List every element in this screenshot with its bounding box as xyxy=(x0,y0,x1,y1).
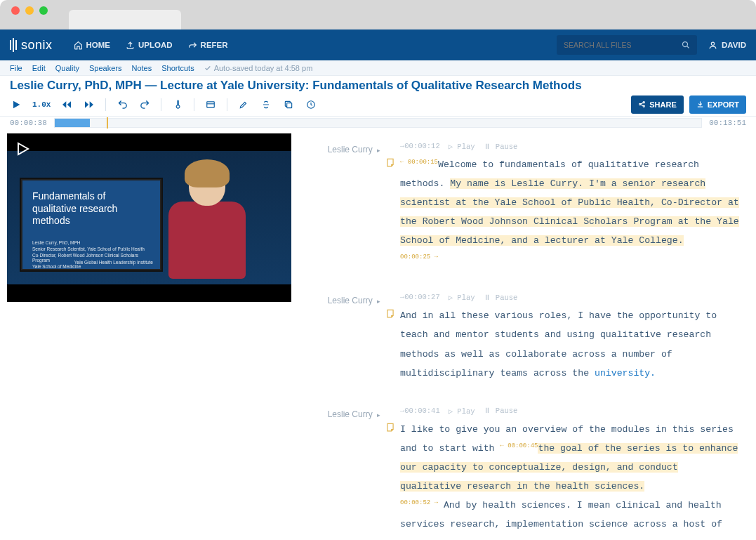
logo-icon xyxy=(10,38,17,52)
time-total: 00:13:51 xyxy=(709,119,746,127)
segment-note-button[interactable] xyxy=(380,293,400,382)
segment-meta: →00:00:41▷ Play⏸ Pause xyxy=(400,407,739,416)
user-menu[interactable]: DAVID xyxy=(708,41,746,50)
autosave-status: Auto-saved today at 4:58 pm xyxy=(204,64,313,72)
menu-notes[interactable]: Notes xyxy=(131,64,152,72)
video-play-overlay[interactable] xyxy=(13,139,32,159)
playback-speed[interactable]: 1.0x xyxy=(32,100,51,109)
segment-play-button[interactable]: ▷ Play xyxy=(449,407,475,416)
nav-upload-label: UPLOAD xyxy=(138,41,173,49)
segment-meta: →00:00:27▷ Play⏸ Pause xyxy=(400,293,739,302)
transcript-segment: Leslie Curry ▸→00:00:41▷ Play⏸ PauseI li… xyxy=(310,400,739,536)
svg-rect-3 xyxy=(287,103,292,107)
timestamp-end-marker: 00:00:25 → xyxy=(400,253,438,261)
segment-play-button[interactable]: ▷ Play xyxy=(449,293,475,302)
svg-point-1 xyxy=(711,42,714,45)
logo-text: sonix xyxy=(21,38,53,53)
segment-timestamp[interactable]: →00:00:12 xyxy=(400,142,440,151)
segment-timestamp[interactable]: →00:00:27 xyxy=(400,293,440,302)
search-input[interactable] xyxy=(564,41,682,49)
menu-speakers[interactable]: Speakers xyxy=(89,64,121,72)
transcript-panel[interactable]: Leslie Curry ▸→00:00:12▷ Play⏸ Pause← 00… xyxy=(295,129,756,536)
nav-home-label: HOME xyxy=(86,41,111,49)
segment-text[interactable]: And in all these various roles, I have t… xyxy=(400,306,739,382)
rewind-icon xyxy=(61,99,72,110)
segment-note-button[interactable] xyxy=(380,407,400,536)
redo-icon xyxy=(140,99,150,110)
segment-speaker[interactable]: Leslie Curry ▸ xyxy=(310,407,380,536)
forward-button[interactable] xyxy=(83,98,95,111)
segment-pause-button[interactable]: ⏸ Pause xyxy=(484,293,518,302)
minimize-window-icon[interactable] xyxy=(25,6,34,15)
video-slide: Fundamentals of qualitative research met… xyxy=(21,179,161,270)
transcript-link[interactable]: university. xyxy=(595,368,656,378)
menu-shortcuts[interactable]: Shortcuts xyxy=(161,64,194,72)
share-button[interactable]: SHARE xyxy=(631,96,684,114)
highlighted-text: My name is Leslie Curry. I'm a senior re… xyxy=(400,178,739,246)
segment-meta: →00:00:12▷ Play⏸ Pause xyxy=(400,142,739,151)
nav-home[interactable]: HOME xyxy=(74,41,111,50)
segment-timestamp[interactable]: →00:00:41 xyxy=(400,407,440,416)
redo-button[interactable] xyxy=(138,98,151,111)
export-button[interactable]: EXPORT xyxy=(689,96,746,114)
segment-speaker[interactable]: Leslie Curry ▸ xyxy=(310,142,380,269)
timestamp-start-marker: ← 00:00:15 xyxy=(400,159,438,166)
menubar: File Edit Quality Speakers Notes Shortcu… xyxy=(0,60,756,76)
highlight-icon xyxy=(239,100,248,110)
transcript-segment: Leslie Curry ▸→00:00:27▷ Play⏸ PauseAnd … xyxy=(310,286,739,399)
undo-button[interactable] xyxy=(116,98,128,111)
time-current: 00:00:38 xyxy=(10,119,47,127)
nav-refer[interactable]: REFER xyxy=(188,41,228,50)
segment-text[interactable]: I like to give you an overview of the mo… xyxy=(400,420,739,536)
temperature-button[interactable] xyxy=(171,98,184,111)
play-outline-icon xyxy=(14,140,31,157)
export-icon xyxy=(696,100,704,108)
home-icon xyxy=(74,41,83,50)
menu-edit[interactable]: Edit xyxy=(32,64,46,72)
browser-tab[interactable] xyxy=(69,10,181,29)
segment-body: →00:00:27▷ Play⏸ PauseAnd in all these v… xyxy=(400,293,739,382)
upload-icon xyxy=(126,41,135,50)
segment-pause-button[interactable]: ⏸ Pause xyxy=(484,407,518,416)
note-icon xyxy=(385,157,395,167)
segment-body: →00:00:12▷ Play⏸ Pause← 00:00:15Welcome … xyxy=(400,142,739,269)
search-box[interactable] xyxy=(557,35,697,55)
thermometer-icon xyxy=(173,100,183,110)
menu-file[interactable]: File xyxy=(10,64,22,72)
refer-icon xyxy=(188,41,197,50)
menu-quality[interactable]: Quality xyxy=(55,64,79,72)
top-nav: sonix HOME UPLOAD REFER DAVID xyxy=(0,29,756,60)
close-window-icon[interactable] xyxy=(11,6,20,15)
video-player[interactable]: Fundamentals of qualitative research met… xyxy=(7,133,291,302)
timestamp-end-marker: 00:00:52 → xyxy=(400,499,438,506)
timeline-track[interactable] xyxy=(54,118,702,128)
copy-icon xyxy=(284,100,293,110)
clock-icon xyxy=(306,100,316,110)
logo[interactable]: sonix xyxy=(10,38,53,53)
layout-button[interactable] xyxy=(204,98,217,111)
browser-chrome xyxy=(0,0,756,29)
highlight-button[interactable] xyxy=(237,98,250,111)
segment-play-button[interactable]: ▷ Play xyxy=(449,142,475,151)
svg-rect-2 xyxy=(207,101,215,107)
strikethrough-icon xyxy=(261,100,271,110)
undo-icon xyxy=(117,99,128,110)
timestamp-start-marker: ← 00:00:45 xyxy=(500,442,538,449)
video-speaker-figure xyxy=(165,165,249,284)
toolbar: 1.0x SHARE EXPORT xyxy=(0,93,756,117)
maximize-window-icon[interactable] xyxy=(39,6,48,15)
strikethrough-button[interactable] xyxy=(260,98,272,111)
nav-upload[interactable]: UPLOAD xyxy=(126,41,173,50)
play-button[interactable] xyxy=(10,98,22,111)
segment-text[interactable]: ← 00:00:15Welcome to fundamentals of qua… xyxy=(400,155,739,269)
rewind-button[interactable] xyxy=(60,98,73,111)
segment-note-button[interactable] xyxy=(380,142,400,269)
check-icon xyxy=(204,65,211,72)
play-icon xyxy=(11,99,22,110)
timeline-cursor[interactable] xyxy=(107,117,108,129)
segment-speaker[interactable]: Leslie Curry ▸ xyxy=(310,293,380,382)
segment-pause-button[interactable]: ⏸ Pause xyxy=(484,142,518,151)
page-title: Leslie Curry, PhD, MPH — Lecture at Yale… xyxy=(0,76,756,93)
copy-button[interactable] xyxy=(282,98,295,111)
timestamp-button[interactable] xyxy=(305,98,317,111)
